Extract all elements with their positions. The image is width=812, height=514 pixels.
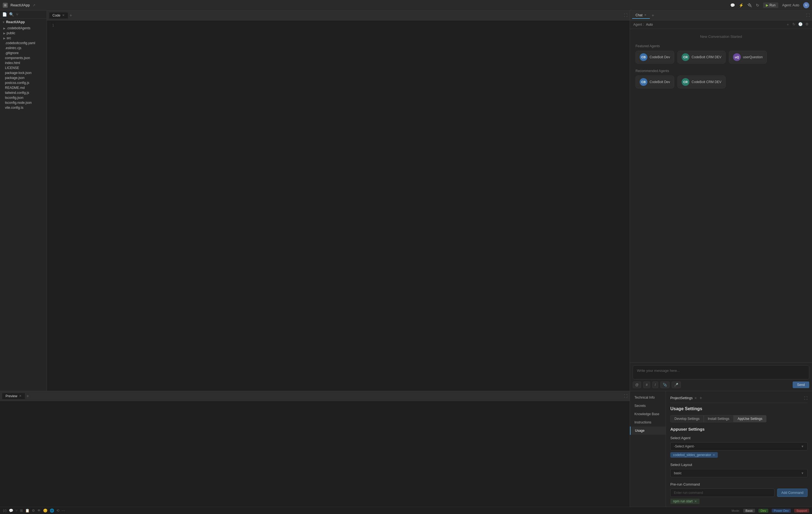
sidebar-git-icon[interactable]: ⑂ [16, 12, 18, 17]
ps-nav-secrets[interactable]: Secrets [630, 402, 666, 410]
history-agent-icon[interactable]: 🕐 [798, 22, 803, 27]
sidebar-folder-public[interactable]: ▶ public [0, 31, 47, 36]
sub-tab-appuse[interactable]: AppUse Settings [733, 415, 766, 422]
tab-chat[interactable]: Chat ✕ [632, 12, 650, 19]
ps-tab-close[interactable]: ✕ [694, 396, 697, 400]
status-terminal-icon[interactable]: ⊞ [20, 509, 23, 513]
ps-nav-instructions[interactable]: Instructions [630, 418, 666, 426]
tab-chat-close[interactable]: ✕ [644, 13, 646, 17]
sidebar-item[interactable]: README.md [0, 85, 47, 90]
top-bar: ReactUIApp ↗ 💬 ⚡ 🔌 ↻ ▶ Run Agent: Auto U [0, 0, 812, 10]
sidebar-item[interactable]: .gitignore [0, 51, 47, 56]
sidebar-search-icon[interactable]: 🔍 [9, 12, 14, 17]
sidebar-item[interactable]: tsconfig.node.json [0, 100, 47, 105]
select-layout-label: Select Layout [670, 463, 808, 467]
external-link-icon[interactable]: ↗ [33, 3, 35, 7]
status-settings-icon[interactable]: ⚙ [32, 509, 35, 513]
bottom-area: Preview ✕ + ⛶ Technical Info Secrets Kno… [0, 391, 812, 507]
ps-nav-technical-info[interactable]: Technical Info [630, 393, 666, 402]
rec-agent-name-1: CodeBolt Dev [649, 80, 670, 84]
refresh-agent-icon[interactable]: ↻ [792, 22, 795, 27]
sidebar-files-icon[interactable]: 📄 [2, 12, 7, 17]
select-agent-field: Select Agent -Select Agent- ▼ codebol_si… [670, 436, 808, 458]
comment-icon[interactable]: 💬 [730, 3, 735, 7]
pre-run-input[interactable]: Enter run command [670, 489, 775, 497]
featured-agent-3[interactable]: uQ userQuestion [729, 51, 767, 63]
sidebar-folder-src[interactable]: ▶ src [0, 36, 47, 40]
tab-code[interactable]: Code ✕ [49, 12, 68, 19]
remove-npm-tag-button[interactable]: ✕ [694, 500, 697, 503]
sidebar-item[interactable]: package-lock.json [0, 70, 47, 75]
sub-tab-develop[interactable]: Develop Settings [670, 415, 704, 422]
badge-basic[interactable]: Basic [743, 509, 755, 513]
tab-code-close[interactable]: ✕ [62, 13, 65, 17]
expand-code-icon[interactable]: ⛶ [624, 13, 628, 18]
attach-button[interactable]: 📎 [660, 382, 669, 388]
status-file-icon[interactable]: 📋 [25, 509, 30, 513]
sidebar-item[interactable]: .eslintrc.cjs [0, 46, 47, 51]
featured-agent-2[interactable]: CR CodeBolt CRM DEV [677, 51, 726, 63]
sub-tab-install[interactable]: Install Settings [704, 415, 733, 422]
sidebar-item[interactable]: postcss.config.js [0, 80, 47, 85]
select-agent-dropdown[interactable]: -Select Agent- ▼ [670, 442, 808, 451]
sidebar-item[interactable]: components.json [0, 56, 47, 60]
status-code-icon[interactable]: ⟨/⟩ [3, 509, 7, 513]
extension-icon[interactable]: 🔌 [747, 3, 752, 7]
folder-chevron: ▶ [3, 27, 5, 30]
status-eye-icon[interactable]: 👁 [37, 509, 41, 513]
expand-chat-icon[interactable]: ⛶ [806, 13, 810, 18]
send-button[interactable]: Send [793, 382, 809, 388]
ps-nav-knowledge-base[interactable]: Knowledge Base [630, 410, 666, 418]
add-agent-icon[interactable]: ＋ [786, 22, 790, 27]
slash-button[interactable]: / [652, 382, 658, 388]
tab-preview-close[interactable]: ✕ [19, 394, 22, 398]
sidebar-item[interactable]: index.html [0, 60, 47, 65]
mention-button[interactable]: @ [633, 382, 641, 388]
recommended-agent-2[interactable]: CR CodeBolt CRM DEV [677, 75, 726, 88]
sidebar-item[interactable]: .codeboltconfig.yaml [0, 40, 47, 46]
sync-icon[interactable]: ↻ [756, 3, 759, 7]
featured-agent-1[interactable]: CB CodeBolt Dev [636, 51, 674, 63]
ps-sub-tabs: Develop Settings Install Settings AppUse… [670, 415, 808, 422]
ps-nav-usage[interactable]: Usage [630, 426, 666, 435]
select-layout-dropdown[interactable]: basic ▼ [670, 469, 808, 477]
badge-support[interactable]: Support [794, 509, 809, 513]
sidebar-item[interactable]: vite.config.ts [0, 105, 47, 110]
expand-preview-icon[interactable]: ⛶ [624, 394, 628, 398]
settings-agent-icon[interactable]: ⚙ [805, 22, 809, 27]
ps-tab-new[interactable]: + [700, 396, 702, 400]
tab-preview[interactable]: Preview ✕ [2, 393, 25, 399]
status-chat-icon[interactable]: 💬 [9, 509, 13, 513]
ps-title: Usage Settings [670, 406, 808, 411]
new-preview-tab-button[interactable]: + [27, 394, 29, 399]
new-chat-tab-button[interactable]: + [651, 13, 654, 18]
mic-button[interactable]: 🎤 [672, 382, 681, 388]
ps-tab-expand[interactable]: ⛶ [804, 396, 808, 400]
sidebar-folder-codebolt[interactable]: ▶ .codeboltAgents [0, 26, 47, 31]
chat-tabs: Chat ✕ + ⛶ [630, 10, 812, 21]
badge-dev[interactable]: Dev [758, 509, 768, 513]
user-avatar[interactable]: U [803, 2, 809, 8]
remove-agent-tag-button[interactable]: ✕ [713, 453, 715, 457]
run-label: Run [770, 3, 776, 7]
lightning-icon[interactable]: ⚡ [739, 3, 744, 7]
status-emoji-icon[interactable]: 😊 [43, 509, 48, 513]
run-button[interactable]: ▶ Run [763, 2, 778, 8]
status-globe-icon[interactable]: 🌐 [50, 509, 54, 513]
chat-message-input[interactable]: Write your message here... [633, 365, 809, 379]
status-history-icon[interactable]: ⟲ [56, 509, 59, 513]
status-more-icon[interactable]: ⋯ [62, 509, 65, 513]
sidebar-item[interactable]: tailwind.config.js [0, 90, 47, 95]
add-command-button[interactable]: Add Command [777, 489, 808, 497]
hash-button[interactable]: # [643, 382, 650, 388]
status-bar-left: ⟨/⟩ 💬 ⑂ ⊞ 📋 ⚙ 👁 😊 🌐 ⟲ ⋯ [3, 509, 65, 513]
status-branch-icon[interactable]: ⑂ [16, 509, 18, 513]
ps-tab-label[interactable]: ProjectSettings [670, 396, 693, 400]
recommended-agent-1[interactable]: CB CodeBolt Dev [636, 75, 674, 88]
new-tab-button[interactable]: + [69, 13, 72, 18]
badge-power-dev[interactable]: Power Dev [772, 509, 791, 513]
sidebar-root[interactable]: ▼ ReactUIApp [0, 19, 47, 26]
sidebar-item[interactable]: tsconfig.json [0, 95, 47, 100]
sidebar-item[interactable]: package.json [0, 75, 47, 80]
sidebar-item[interactable]: LICENSE [0, 65, 47, 70]
